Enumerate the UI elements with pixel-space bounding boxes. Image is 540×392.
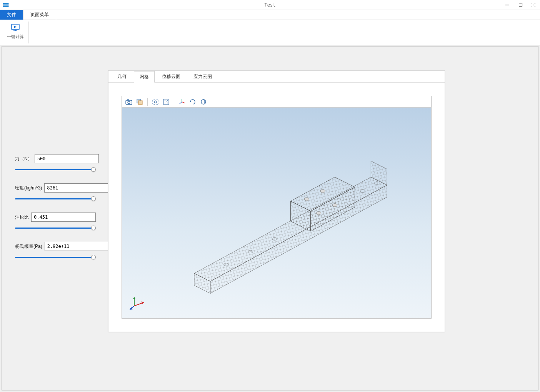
svg-rect-4 <box>519 3 522 6</box>
maximize-icon <box>518 3 523 7</box>
force-slider[interactable] <box>15 167 96 173</box>
svg-rect-0 <box>3 3 9 4</box>
svg-marker-47 <box>133 297 135 299</box>
menu-bar: 文件 页面菜单 <box>0 10 540 20</box>
param-poisson: 泊松比 <box>15 213 96 231</box>
params-panel: 力（N） 密度(kg/m^3) 泊松比 <box>15 154 96 271</box>
compute-label: 一键计算 <box>7 34 24 40</box>
density-label: 密度(kg/m^3) <box>15 185 42 191</box>
ribbon: 一键计算 <box>0 20 540 45</box>
density-input[interactable] <box>44 183 108 193</box>
tab-displacement[interactable]: 位移云图 <box>156 71 186 82</box>
svg-point-37 <box>304 198 309 201</box>
close-icon <box>531 3 536 7</box>
maximize-button[interactable] <box>514 0 527 10</box>
app-icon <box>2 2 9 8</box>
view-tabs: 几何 网格 位移云图 应力云图 <box>108 71 445 82</box>
young-slider[interactable] <box>15 255 96 260</box>
workspace: 力（N） 密度(kg/m^3) 泊松比 <box>2 46 538 390</box>
view-body <box>108 82 445 332</box>
svg-line-48 <box>134 303 143 306</box>
young-input[interactable] <box>45 242 109 251</box>
minimize-button[interactable] <box>501 0 514 10</box>
axis-triad-icon <box>130 295 145 311</box>
view-panel: 几何 网格 位移云图 应力云图 <box>108 70 445 332</box>
force-input[interactable] <box>35 154 99 163</box>
minimize-icon <box>505 3 510 7</box>
menu-file[interactable]: 文件 <box>0 10 23 20</box>
density-slider[interactable] <box>15 196 96 202</box>
param-young: 杨氏模量(Pa) <box>15 242 96 260</box>
svg-point-40 <box>316 211 321 214</box>
compute-icon <box>10 22 21 33</box>
svg-rect-1 <box>3 4 9 5</box>
poisson-slider[interactable] <box>15 226 96 231</box>
ribbon-compute-group[interactable]: 一键计算 <box>2 22 29 43</box>
force-label: 力（N） <box>15 156 32 162</box>
mesh-render <box>122 96 431 318</box>
svg-point-39 <box>332 204 337 207</box>
poisson-input[interactable] <box>31 213 96 222</box>
young-label: 杨氏模量(Pa) <box>15 243 42 250</box>
param-density: 密度(kg/m^3) <box>15 183 96 202</box>
tab-mesh[interactable]: 网格 <box>134 71 155 83</box>
menu-page[interactable]: 页面菜单 <box>23 10 56 20</box>
svg-marker-49 <box>142 301 144 304</box>
close-button[interactable] <box>527 0 540 10</box>
svg-marker-8 <box>14 26 17 28</box>
viewport-3d[interactable] <box>122 96 432 319</box>
poisson-label: 泊松比 <box>15 214 29 221</box>
param-force: 力（N） <box>15 154 96 173</box>
svg-rect-2 <box>3 6 9 7</box>
window-title: Test <box>265 2 276 8</box>
tab-geometry[interactable]: 几何 <box>112 71 132 82</box>
tab-stress[interactable]: 应力云图 <box>188 71 218 82</box>
svg-point-38 <box>320 189 325 193</box>
svg-marker-30 <box>194 177 387 281</box>
title-bar: Test <box>0 0 540 10</box>
